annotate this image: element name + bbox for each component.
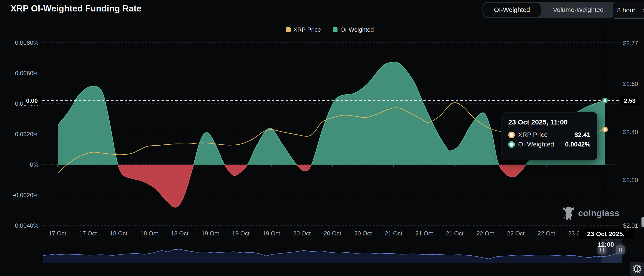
tooltip-value: 0.0042% — [565, 141, 590, 148]
chart-tooltip: 23 Oct 2025, 11:00 XRP Price $2.41 OI-We… — [501, 112, 597, 160]
y-axis-label-left: 0.0060% — [4, 69, 38, 77]
crosshair-date-badge: 23 Oct 2025, 11:00 — [579, 229, 633, 239]
x-axis-label: 18 Oct — [133, 229, 165, 238]
y-axis-label-right: $2.40 — [623, 128, 644, 136]
y-axis-label-left: 0% — [4, 160, 38, 169]
y-axis-label-left: -0.0020% — [4, 191, 38, 199]
settings-button[interactable] — [630, 262, 644, 276]
x-axis-label: 17 Oct — [72, 229, 104, 238]
x-axis-label: 21 Oct — [378, 229, 410, 238]
y-axis-label-right: $2.20 — [623, 176, 644, 184]
x-axis-label: 20 Oct — [347, 229, 379, 238]
right-scrollbar-nub[interactable] — [642, 217, 644, 227]
xrp-price-end-dot — [603, 128, 607, 132]
y-axis-label-right: $2.01 — [623, 221, 644, 230]
x-axis-label: 20 Oct — [286, 229, 318, 238]
oi-weighted-dot-icon — [508, 141, 515, 148]
oi-weighted-end-dot — [603, 99, 607, 103]
tooltip-row-oi-weighted: OI-Weighted 0.0042% — [508, 141, 590, 148]
navigator-right-handle[interactable] — [616, 245, 625, 254]
handle-grip-icon — [621, 248, 622, 252]
tooltip-row-xrp-price: XRP Price $2.41 — [508, 131, 590, 138]
x-axis-label: 22 Oct — [469, 229, 501, 238]
handle-grip-icon — [619, 248, 620, 252]
crosshair-left-value-badge: 0.00 — [23, 96, 41, 105]
y-axis-label-left: -0.0040% — [4, 221, 38, 230]
crosshair-right-value-badge: 2.53 — [621, 96, 639, 105]
tooltip-label: XRP Price — [518, 131, 548, 138]
navigator-area[interactable] — [43, 249, 622, 263]
x-axis-label: 19 Oct — [194, 229, 226, 238]
x-axis-label: 22 Oct — [500, 229, 532, 238]
xrp-price-dot-icon — [508, 132, 515, 138]
tooltip-label: OI-Weighted — [518, 141, 554, 148]
x-axis-label: 20 Oct — [316, 229, 348, 238]
x-axis-label: 21 Oct — [438, 229, 471, 238]
y-axis-label-left: 0.0020% — [4, 130, 38, 138]
funding-rate-page: XRP OI-Weighted Funding Rate OI-Weighted… — [0, 0, 644, 276]
x-axis-label: 19 Oct — [225, 229, 257, 238]
y-axis-label-right: $2.60 — [623, 80, 644, 88]
settings-alert-gear-icon — [633, 265, 642, 273]
tooltip-value: $2.41 — [574, 131, 590, 138]
x-axis-label: 17 Oct — [41, 229, 74, 238]
x-axis-label: 18 Oct — [164, 229, 196, 238]
y-axis-label-right: $2.77 — [623, 39, 644, 47]
x-axis-label: 22 Oct — [530, 229, 562, 238]
x-axis-label: 21 Oct — [408, 229, 440, 238]
x-axis-label: 19 Oct — [255, 229, 288, 238]
x-axis-label: 18 Oct — [102, 229, 135, 238]
y-axis-label-left: 0.0080% — [4, 38, 38, 47]
tooltip-date: 23 Oct 2025, 11:00 — [508, 118, 590, 126]
